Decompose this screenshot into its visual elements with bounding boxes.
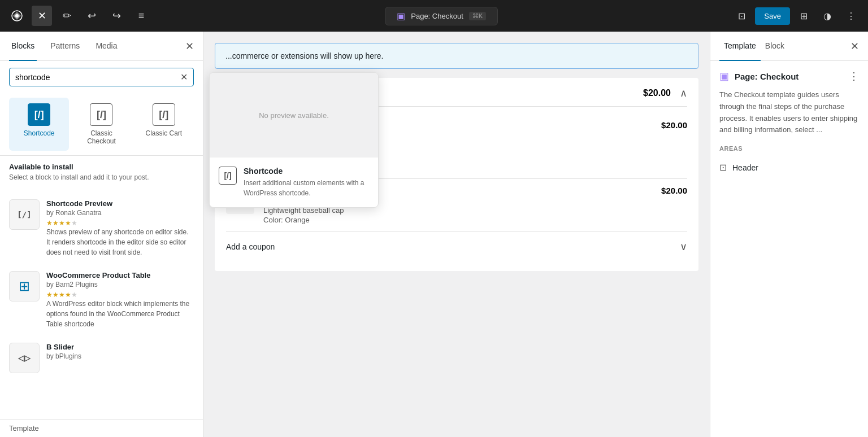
search-clear-button[interactable]: ✕	[180, 72, 188, 82]
more-options-button[interactable]: ⋮	[841, 6, 861, 26]
edit-tool-button[interactable]: ✏	[57, 6, 77, 26]
left-sidebar: Blocks Patterns Media ✕ ✕ [/] Shortcode …	[0, 32, 203, 437]
redo-button[interactable]: ↪	[106, 6, 127, 26]
main-layout: Blocks Patterns Media ✕ ✕ [/] Shortcode …	[0, 32, 868, 437]
plugin-list: [/] Shortcode Preview by Ronak Ganatra ★…	[0, 193, 203, 419]
sidebar-toggle-button[interactable]: ⊞	[793, 6, 814, 26]
list-view-button[interactable]: ≡	[131, 6, 151, 26]
toolbar-center: ▣ Page: Checkout ⌘K	[156, 7, 727, 25]
keyboard-shortcut: ⌘K	[469, 12, 486, 20]
svg-point-1	[15, 14, 19, 18]
sidebar-close-button[interactable]: ✕	[185, 40, 194, 53]
right-tab-bar: Template Block ✕	[710, 32, 868, 61]
plugin-info-shortcode-preview: Shortcode Preview by Ronak Ganatra ★★★★★…	[46, 199, 194, 257]
undo-button[interactable]: ↩	[81, 6, 102, 26]
header-area-icon: ⊡	[719, 162, 727, 173]
block-item-classic-cart[interactable]: [/] Classic Cart	[134, 98, 194, 151]
tooltip-preview: No preview available.	[210, 73, 378, 158]
info-banner: ...commerce or extensions will show up h…	[215, 43, 698, 69]
template-icon: ▣	[719, 70, 729, 82]
block-item-classic-checkout[interactable]: [/] ClassicCheckout	[71, 98, 131, 151]
coupon-chevron-icon: ∨	[680, 241, 687, 253]
classic-checkout-icon: [/]	[90, 103, 112, 126]
plugin-icon-woocommerce: ⊞	[9, 271, 40, 301]
tab-template[interactable]: Template	[719, 32, 761, 61]
save-button[interactable]: Save	[755, 7, 790, 25]
list-item[interactable]: ⊞ WooCommerce Product Table by Barn2 Plu…	[0, 264, 203, 336]
plugin-info-bslider: B Slider by bPlugins	[46, 343, 194, 362]
tab-media[interactable]: Media	[93, 32, 119, 61]
item-total-0: $20.00	[661, 120, 687, 130]
close-editor-button[interactable]: ✕	[32, 6, 52, 26]
bottom-template-label: Template	[0, 419, 203, 437]
center-area: No preview available. [/] Shortcode Inse…	[203, 32, 710, 437]
areas-label: AREAS	[719, 145, 859, 152]
template-header: ▣ Page: Checkout ⋮	[719, 70, 859, 82]
area-name-header: Header	[732, 163, 758, 172]
item-total-1: $20.00	[661, 186, 687, 195]
toolbar-right: ⊡ Save ⊞ ◑ ⋮	[731, 6, 861, 26]
wp-logo[interactable]	[7, 6, 27, 26]
tab-blocks[interactable]: Blocks	[9, 32, 37, 61]
cart-collapse-icon[interactable]: ∧	[680, 87, 687, 99]
page-title: Page: Checkout	[411, 12, 463, 20]
search-input[interactable]	[15, 73, 176, 82]
plugin-icon-shortcode-preview: [/]	[9, 199, 40, 230]
tab-patterns[interactable]: Patterns	[48, 32, 82, 61]
coupon-label: Add a coupon	[226, 242, 275, 251]
right-sidebar-close-button[interactable]: ✕	[850, 40, 859, 53]
block-tooltip: No preview available. [/] Shortcode Inse…	[209, 72, 379, 208]
right-sidebar-content: ▣ Page: Checkout ⋮ The Checkout template…	[710, 61, 868, 186]
plugin-icon-bslider: ◁▷	[9, 343, 40, 373]
search-area: ✕	[0, 61, 203, 93]
tooltip-content: [/] Shortcode Insert additional custom e…	[210, 158, 378, 207]
template-more-button[interactable]: ⋮	[849, 70, 859, 82]
available-section: Available to install Select a block to i…	[0, 155, 203, 193]
plugin-rating-0: ★★★★★	[46, 219, 194, 227]
search-input-wrap: ✕	[9, 68, 194, 86]
blocks-grid: [/] Shortcode [/] ClassicCheckout [/] Cl…	[0, 93, 203, 155]
contrast-button[interactable]: ◑	[817, 6, 837, 26]
page-indicator[interactable]: ▣ Page: Checkout ⌘K	[385, 7, 498, 25]
item-attr2-1: Color: Orange	[263, 216, 654, 224]
shortcode-icon: [/]	[28, 103, 50, 126]
sidebar-tab-bar: Blocks Patterns Media ✕	[0, 32, 203, 61]
plugin-info-woocommerce: WooCommerce Product Table by Barn2 Plugi…	[46, 271, 194, 329]
view-button[interactable]: ⊡	[731, 6, 752, 26]
page-indicator-icon: ▣	[397, 11, 405, 21]
classic-cart-icon: [/]	[153, 103, 175, 126]
list-item[interactable]: [/] Shortcode Preview by Ronak Ganatra ★…	[0, 193, 203, 264]
right-sidebar: Template Block ✕ ▣ Page: Checkout ⋮ The …	[710, 32, 868, 437]
tooltip-shortcode-icon: [/]	[219, 167, 237, 185]
coupon-row[interactable]: Add a coupon ∨	[226, 231, 687, 262]
area-item-header[interactable]: ⊡ Header	[719, 158, 859, 177]
main-toolbar: ✕ ✏ ↩ ↪ ≡ ▣ Page: Checkout ⌘K ⊡ Save ⊞ ◑…	[0, 0, 868, 32]
list-item[interactable]: ◁▷ B Slider by bPlugins	[0, 336, 203, 380]
available-title: Available to install	[9, 163, 194, 171]
available-description: Select a block to install and add it to …	[9, 173, 194, 181]
tooltip-text: Shortcode Insert additional custom eleme…	[244, 167, 369, 198]
template-title: Page: Checkout	[735, 72, 843, 81]
cart-total: $20.00	[643, 88, 671, 98]
block-item-shortcode[interactable]: [/] Shortcode	[9, 98, 69, 151]
plugin-rating-1: ★★★★★	[46, 291, 194, 299]
template-description: The Checkout template guides users throu…	[719, 89, 859, 136]
tab-block[interactable]: Block	[761, 32, 789, 61]
